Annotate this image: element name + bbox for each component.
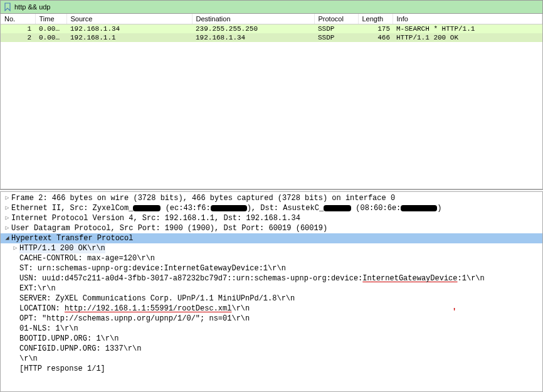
cell-destination: 239.255.255.250 <box>192 24 314 34</box>
eth-end: ) <box>437 204 441 213</box>
bookmark-icon[interactable] <box>3 3 12 11</box>
redacted <box>401 205 437 211</box>
cell-info: HTTP/1.1 200 OK <box>393 33 542 42</box>
annotation-mark: ' <box>452 307 456 316</box>
tree-label: SERVER: ZyXEL Communications Corp. UPnP/… <box>19 294 295 304</box>
col-header-source[interactable]: Source <box>66 14 192 24</box>
packet-row[interactable]: 2 0.003… 192.168.1.1 192.168.1.34 SSDP 4… <box>1 33 542 42</box>
tree-label: Hypertext Transfer Protocol <box>11 233 133 243</box>
tree-item-http-response[interactable]: [HTTP response 1/1] <box>1 364 542 374</box>
tree-item-ip[interactable]: ▷ Internet Protocol Version 4, Src: 192.… <box>1 213 542 223</box>
col-header-time[interactable]: Time <box>35 14 66 24</box>
tree-label: EXT:\r\n <box>19 283 56 294</box>
cell-protocol: SSDP <box>314 24 358 34</box>
tree-label: \r\n <box>19 354 38 364</box>
col-header-destination[interactable]: Destination <box>192 14 314 24</box>
display-filter-bar[interactable] <box>0 0 543 14</box>
cell-no: 2 <box>1 33 35 42</box>
tree-item-ethernet[interactable]: ▷ Ethernet II, Src: ZyxelCom_ (ec:43:f6:… <box>1 203 542 213</box>
tree-item-http-status[interactable]: ▷ HTTP/1.1 200 OK\r\n <box>1 243 542 253</box>
cell-time: 0.003… <box>35 33 66 42</box>
col-header-info[interactable]: Info <box>393 14 542 24</box>
tree-item-ext[interactable]: EXT:\r\n <box>1 283 542 294</box>
tree-label: BOOTID.UPNP.ORG: 1\r\n <box>19 334 119 344</box>
tree-label: Internet Protocol Version 4, Src: 192.16… <box>11 213 300 223</box>
tree-label: User Datagram Protocol, Src Port: 1900 (… <box>11 223 327 233</box>
packet-details-pane[interactable]: ▷ Frame 2: 466 bytes on wire (3728 bits)… <box>0 192 543 392</box>
tree-item-server[interactable]: SERVER: ZyXEL Communications Corp. UPnP/… <box>1 294 542 304</box>
tree-item-frame[interactable]: ▷ Frame 2: 466 bytes on wire (3728 bits)… <box>1 193 542 203</box>
tree-item-location[interactable]: LOCATION: http://192.168.1.1:55991/rootD… <box>1 304 542 314</box>
usn-prefix: USN: uuid:d457c211-a0d4-3fbb-3017-a87232… <box>19 274 362 283</box>
eth-src-prefix: Ethernet II, Src: ZyxelCom_ <box>11 204 133 213</box>
location-suffix: \r\n <box>231 304 250 313</box>
eth-dst-prefix: ), Dst: AsustekC_ <box>247 204 324 213</box>
eth-dst-mac-prefix: (08:60:6e: <box>351 204 401 213</box>
expand-icon[interactable]: ▷ <box>3 223 11 233</box>
tree-label: [HTTP response 1/1] <box>19 364 105 374</box>
tree-label: CONFIGID.UPNP.ORG: 1337\r\n <box>19 344 141 354</box>
expand-icon[interactable]: ▷ <box>3 203 11 213</box>
tree-item-usn[interactable]: USN: uuid:d457c211-a0d4-3fbb-3017-a87232… <box>1 273 542 283</box>
cell-time: 0.000… <box>35 24 66 34</box>
tree-item-bootid[interactable]: BOOTID.UPNP.ORG: 1\r\n <box>1 334 542 344</box>
packet-row[interactable]: 1 0.000… 192.168.1.34 239.255.255.250 SS… <box>1 24 542 34</box>
tree-item-cache-control[interactable]: CACHE-CONTROL: max-age=120\r\n <box>1 253 542 263</box>
usn-suffix: :1\r\n <box>458 274 485 283</box>
collapse-icon[interactable]: ◢ <box>3 233 11 243</box>
expand-icon[interactable]: ▷ <box>11 243 19 253</box>
tree-item-udp[interactable]: ▷ User Datagram Protocol, Src Port: 1900… <box>1 223 542 233</box>
packet-list-pane[interactable]: No. Time Source Destination Protocol Len… <box>0 14 543 189</box>
location-prefix: LOCATION: <box>19 304 65 313</box>
tree-label: 01-NLS: 1\r\n <box>19 324 78 334</box>
redacted <box>211 205 247 211</box>
cell-length: 175 <box>358 24 393 34</box>
expand-icon[interactable]: ▷ <box>3 193 11 203</box>
tree-label: ST: urn:schemas-upnp-org:device:Internet… <box>19 263 286 273</box>
tree-item-crlf[interactable]: \r\n <box>1 354 542 364</box>
col-header-protocol[interactable]: Protocol <box>314 14 358 24</box>
cell-source: 192.168.1.34 <box>66 24 192 34</box>
packet-table: No. Time Source Destination Protocol Len… <box>1 14 542 42</box>
cell-no: 1 <box>1 24 35 34</box>
tree-label: Ethernet II, Src: ZyxelCom_ (ec:43:f6:),… <box>11 203 442 213</box>
cell-source: 192.168.1.1 <box>66 33 192 42</box>
location-url: http://192.168.1.1:55991/rootDesc.xml <box>65 304 231 313</box>
cell-length: 466 <box>358 33 393 42</box>
expand-icon[interactable]: ▷ <box>3 213 11 223</box>
tree-label: LOCATION: http://192.168.1.1:55991/rootD… <box>19 304 250 314</box>
cell-info: M-SEARCH * HTTP/1.1 <box>393 24 542 34</box>
display-filter-input[interactable] <box>14 3 540 11</box>
tree-item-st[interactable]: ST: urn:schemas-upnp-org:device:Internet… <box>1 263 542 273</box>
col-header-no[interactable]: No. <box>1 14 35 24</box>
redacted <box>133 205 161 211</box>
tree-item-http[interactable]: ◢ Hypertext Transfer Protocol <box>1 233 542 243</box>
tree-label: Frame 2: 466 bytes on wire (3728 bits), … <box>11 193 395 203</box>
tree-label: CACHE-CONTROL: max-age=120\r\n <box>19 253 155 263</box>
tree-item-configid[interactable]: CONFIGID.UPNP.ORG: 1337\r\n <box>1 344 542 354</box>
redacted <box>324 205 351 211</box>
tree-label: OPT: "http://schemas.upnp.org/upnp/1/0/"… <box>19 314 250 324</box>
tree-label: HTTP/1.1 200 OK\r\n <box>19 243 105 253</box>
col-header-length[interactable]: Length <box>358 14 393 24</box>
tree-label: USN: uuid:d457c211-a0d4-3fbb-3017-a87232… <box>19 273 485 283</box>
usn-device-type: InternetGatewayDevice <box>362 274 457 283</box>
tree-item-opt[interactable]: OPT: "http://schemas.upnp.org/upnp/1/0/"… <box>1 314 542 324</box>
column-headers[interactable]: No. Time Source Destination Protocol Len… <box>1 14 542 24</box>
cell-protocol: SSDP <box>314 33 358 42</box>
tree-item-nls[interactable]: 01-NLS: 1\r\n <box>1 324 542 334</box>
cell-destination: 192.168.1.34 <box>192 33 314 42</box>
eth-src-mac-prefix: (ec:43:f6: <box>161 204 210 213</box>
